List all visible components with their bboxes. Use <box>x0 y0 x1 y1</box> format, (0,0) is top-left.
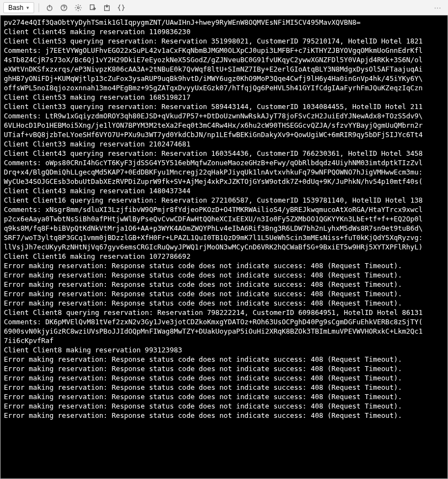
export-icon <box>89 4 96 12</box>
settings-button[interactable] <box>72 2 84 14</box>
terminal-line: ghHB7yONiFDj+KUMqWjtlp13cZuFox3ysaRUP9uq… <box>4 74 444 83</box>
overflow-menu[interactable]: ··· <box>431 4 445 12</box>
terminal-line: WyCUe34SOJGCEsb3obuUtDabXEzRVPDiZuprW9fk… <box>4 177 444 186</box>
terminal-line: Client Client53 querying reservation: Re… <box>4 36 444 46</box>
terminal-line: 4sTb8Z4CjR7s73oX/Bc6Qj1vY2H29DkiE7eEyozk… <box>4 55 444 64</box>
terminal-line: Client Client16 making reservation 10727… <box>4 252 444 261</box>
terminal-line: Client Client16 querying reservation: Re… <box>4 195 444 205</box>
terminal-line: Client Client43 querying reservation: Re… <box>4 149 444 158</box>
terminal-line: Client Client8 querying reservation: Res… <box>4 308 444 317</box>
terminal-line: llVsjJh7ecUKyyRzNHtNjVq67gyv6emsCRGIcRuQ… <box>4 242 444 252</box>
export-button[interactable] <box>87 2 99 14</box>
terminal-line: Comments: LtR9w1xGqiyzdmOROY3qh80EJSD+qV… <box>4 111 444 121</box>
terminal-line: Comments: DK6pMVElQvM81tVef2zxN2v3Gy1Jve… <box>4 317 444 326</box>
terminal-line: SRF7/woT3yltq8P3GCq1vmm0jBDzzlGB+XfH0Fr+… <box>4 233 444 242</box>
terminal-line: Client Client8 making reservation 993123… <box>4 345 444 355</box>
terminal-line: offsWPL5noI8qjozoxnnah13mo4PEgBmz+95gZAT… <box>4 83 444 92</box>
power-icon <box>46 4 53 12</box>
terminal-line: 6900svN0kjyiGzRC8wziUVsPBoJJIdOQpMnFIWag… <box>4 326 444 336</box>
terminal-line: Error making reservation: Response statu… <box>4 364 444 373</box>
terminal-line: Client Client33 making reservation 21024… <box>4 139 444 149</box>
terminal-line: Comments: oWps80CRnI4hGcYT6KyF3jdSSG4Y5Y… <box>4 158 444 167</box>
terminal-line: Error making reservation: Response statu… <box>4 298 444 308</box>
import-button[interactable] <box>101 2 113 14</box>
toolbar: Bash ▾ ··· <box>0 0 448 15</box>
terminal-line: Comments: j7EEtVYWgOLUFhvEGO22xSuPL42v1a… <box>4 46 444 55</box>
terminal-line: Error making reservation: Response statu… <box>4 270 444 280</box>
terminal-line: Client Client33 querying reservation: Re… <box>4 102 444 111</box>
terminal-line: Error making reservation: Response statu… <box>4 392 444 401</box>
braces-button[interactable] <box>115 2 127 14</box>
braces-icon <box>117 4 125 12</box>
svg-point-4 <box>78 7 80 9</box>
terminal-line: Drq+x4/BlgQDmiQhLLgecqMd5KAP7+0EdDBKFyu1… <box>4 167 444 177</box>
svg-point-3 <box>64 9 64 9</box>
help-button[interactable] <box>58 2 70 14</box>
terminal-line: Error making reservation: Response statu… <box>4 261 444 270</box>
shell-selector-label: Bash <box>8 4 23 12</box>
terminal-line: eXWtVnDKSfxzxrqs/eP3NivpzK806cAA3A+2tNBu… <box>4 64 444 74</box>
terminal-line: Error making reservation: Response statu… <box>4 411 444 420</box>
terminal-line: q9ks8M/fq8F+biBVpQtKdNkVtMrja1O6+AA+p3WY… <box>4 224 444 233</box>
terminal-line: p2cx6eAaya0TwbtNsSiBh0afPHtjwWlByPseQvCv… <box>4 214 444 224</box>
separator <box>39 3 39 12</box>
terminal-line: pv274e4QIf3QaObtYyDyhTSmik1GlIqpygmZNT/U… <box>4 18 444 27</box>
terminal-line: 6VLHocD1Po1HEBMoi5Xng/je1lYON7BPYM3M2teX… <box>4 121 444 130</box>
terminal-line: Error making reservation: Response statu… <box>4 373 444 383</box>
terminal-line: Comments: xNsgr8mm/sdluXI3LzjfibvW9QPmjr… <box>4 205 444 214</box>
terminal-line: 7ii6cKpvfRaf <box>4 336 444 345</box>
terminal-line: Error making reservation: Response statu… <box>4 289 444 298</box>
import-icon <box>103 4 111 12</box>
terminal-line: Error making reservation: Response statu… <box>4 355 444 364</box>
terminal-line: Client Client43 making reservation 14804… <box>4 186 444 195</box>
terminal-line: Client Client45 making reservation 11098… <box>4 27 444 36</box>
power-button[interactable] <box>44 2 56 14</box>
shell-selector[interactable]: Bash ▾ <box>3 2 34 13</box>
gear-icon <box>74 4 82 12</box>
terminal-line: UTiaf+vBQ8jzbTeLYoeSHf6VYO7U+PXu9u3WT7yd… <box>4 130 444 139</box>
terminal-line: Error making reservation: Response statu… <box>4 280 444 289</box>
help-icon <box>60 4 68 12</box>
terminal-line: Error making reservation: Response statu… <box>4 383 444 392</box>
terminal-line: Error making reservation: Response statu… <box>4 401 444 411</box>
terminal-line: Client Client53 making reservation 16851… <box>4 92 444 102</box>
terminal-output[interactable]: pv274e4QIf3QaObtYyDyhTSmik1GlIqpygmZNT/U… <box>0 15 448 479</box>
chevron-down-icon: ▾ <box>26 5 29 10</box>
